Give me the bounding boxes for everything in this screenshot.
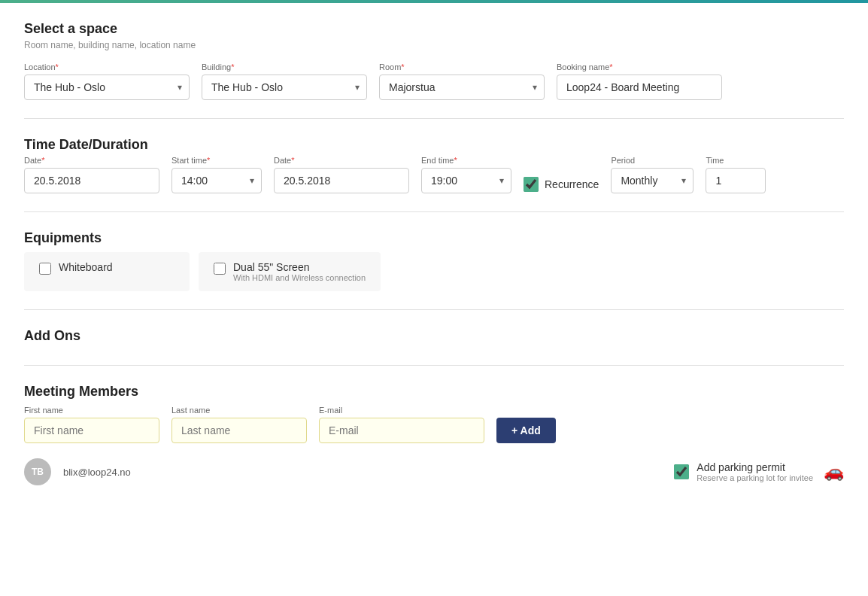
add-member-button[interactable]: + Add [496,418,556,443]
select-space-subtitle: Room name, building name, location name [24,40,844,50]
screen-name: Dual 55" Screen [233,261,366,273]
email-label: E-mail [319,406,484,415]
parking-wrapper: Add parking permit Reserve a parking lot… [674,461,844,482]
location-label: Location* [24,62,190,71]
select-space-form-row: Location* The Hub - Oslo Building* The H… [24,62,844,100]
equipment-item-whiteboard: Whiteboard [24,252,190,291]
screen-checkbox[interactable] [214,263,226,275]
building-label: Building* [202,62,367,71]
lastname-group: Last name [171,406,307,443]
period-select-wrapper[interactable]: Daily Weekly Monthly Yearly [611,168,693,193]
start-time-group: Start time* 14:00 [171,156,262,193]
start-date-input[interactable] [24,168,159,193]
equipment-row: Whiteboard Dual 55" Screen With HDMI and… [24,252,844,291]
equipment-item-screen: Dual 55" Screen With HDMI and Wireless c… [199,252,381,291]
start-date-group: Date* [24,156,159,193]
time-input[interactable] [706,168,766,193]
end-time-select-wrapper[interactable]: 19:00 [421,168,511,193]
location-select[interactable]: The Hub - Oslo [24,74,190,100]
end-date-input[interactable] [274,168,409,193]
addons-title: Add Ons [24,328,844,344]
meeting-members-section: Meeting Members First name Last name E-m… [24,384,844,503]
period-group: Period Daily Weekly Monthly Yearly [611,156,693,193]
firstname-group: First name [24,406,159,443]
room-group: Room* Majorstua [379,62,545,100]
end-date-label: Date* [274,156,409,165]
time-date-section: Time Date/Duration Date* Start time* 14:… [24,137,844,212]
start-time-label: Start time* [171,156,262,165]
end-time-label: End time* [421,156,511,165]
time-group: Time [706,156,766,193]
booking-name-group: Booking name* [557,62,722,100]
recurrence-label: Recurrence [545,178,599,190]
addons-section: Add Ons [24,328,844,366]
period-label: Period [611,156,693,165]
car-icon: 🚗 [824,462,844,482]
parking-sublabel: Reserve a parking lot for invitee [697,473,813,482]
start-time-select[interactable]: 14:00 [171,168,262,193]
content: Select a space Room name, building name,… [0,3,868,540]
email-group: E-mail [319,406,484,443]
room-select-wrapper[interactable]: Majorstua [379,74,545,100]
member-row: TB blix@loop24.no Add parking permit Res… [24,458,844,485]
start-date-label: Date* [24,156,159,165]
members-form-row: First name Last name E-mail + Add [24,406,844,443]
recurrence-wrapper: Recurrence [524,177,599,193]
select-space-section: Select a space Room name, building name,… [24,21,844,119]
member-email: blix@loop24.no [63,467,131,478]
time-date-title: Time Date/Duration [24,137,844,153]
end-time-group: End time* 19:00 [421,156,511,193]
whiteboard-name: Whiteboard [59,261,113,273]
booking-name-label: Booking name* [557,62,722,71]
building-select[interactable]: The Hub - Oslo [202,74,367,100]
building-select-wrapper[interactable]: The Hub - Oslo [202,74,367,100]
screen-desc: With HDMI and Wireless connection [233,273,366,282]
firstname-label: First name [24,406,159,415]
parking-label: Add parking permit [697,461,813,473]
whiteboard-checkbox[interactable] [39,263,51,275]
booking-name-input[interactable] [557,74,722,100]
recurrence-checkbox[interactable] [524,177,539,192]
start-time-select-wrapper[interactable]: 14:00 [171,168,262,193]
end-date-group: Date* [274,156,409,193]
location-select-wrapper[interactable]: The Hub - Oslo [24,74,190,100]
room-select[interactable]: Majorstua [379,74,545,100]
recurrence-spacer-label [524,165,599,174]
building-group: Building* The Hub - Oslo [202,62,367,100]
page-container: Select a space Room name, building name,… [0,0,868,596]
member-avatar: TB [24,458,51,485]
end-time-select[interactable]: 19:00 [421,168,511,193]
add-button-group: + Add [496,406,556,443]
time-label: Time [706,156,766,165]
lastname-label: Last name [171,406,307,415]
meeting-members-title: Meeting Members [24,384,844,400]
parking-checkbox[interactable] [674,464,689,479]
recurrence-group: Recurrence [524,165,599,193]
select-space-title: Select a space [24,21,844,37]
equipments-title: Equipments [24,230,844,246]
equipments-section: Equipments Whiteboard Dual 55" Screen Wi… [24,230,844,310]
firstname-input[interactable] [24,418,159,443]
period-select[interactable]: Daily Weekly Monthly Yearly [611,168,693,193]
time-date-form-row: Date* Start time* 14:00 Date* [24,156,844,193]
lastname-input[interactable] [171,418,307,443]
room-label: Room* [379,62,545,71]
email-input[interactable] [319,418,484,443]
location-group: Location* The Hub - Oslo [24,62,190,100]
